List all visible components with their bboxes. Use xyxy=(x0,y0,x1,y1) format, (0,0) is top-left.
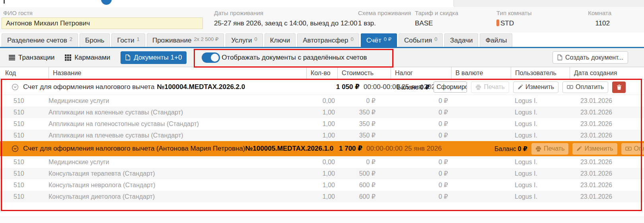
table-row[interactable]: 510 Медицинские услуги 0,00 0 ₽ 0 ₽ Logu… xyxy=(0,95,644,107)
table-row[interactable]: 510 Аппликации на голеностопные суставы … xyxy=(0,118,644,130)
cell-tax: 0 ₽ xyxy=(391,130,451,141)
edit-button[interactable]: Изменить xyxy=(513,81,558,93)
cell-date: 23.01.2026 xyxy=(570,191,644,202)
tab-label: Гости xyxy=(117,37,134,45)
cell-currency xyxy=(451,107,511,118)
document-group-header[interactable]: Счет для оформления налогового вычета№10… xyxy=(0,80,644,95)
cell-tax: 0 ₽ xyxy=(391,118,451,130)
cell-user: Logus I. xyxy=(511,95,570,107)
document-icon xyxy=(125,54,130,60)
table-row[interactable]: 510 Консультация диетолога (Стандарт) 1,… xyxy=(0,191,644,202)
documents-button[interactable]: Документы 1+0 xyxy=(121,51,187,64)
document-amount: 1 700 ₽00:00-00:00 25 янв 2026 xyxy=(339,141,442,156)
edit-label: Изменить xyxy=(525,83,554,91)
table-row[interactable]: 510 Консультация терапевта (Стандарт) 1,… xyxy=(0,168,644,179)
pockets-label: Карманами xyxy=(74,54,110,62)
tab-label: События xyxy=(404,37,432,45)
tab-split-accounts[interactable]: Разделение счетов2 xyxy=(2,33,78,47)
tab-booking[interactable]: Бронь xyxy=(80,33,110,47)
create-document-button[interactable]: Создать документ... xyxy=(553,51,628,64)
column-header-code[interactable]: Код xyxy=(0,67,49,79)
balance-value: 0 ₽ xyxy=(420,84,430,91)
tab-invoice[interactable]: Счёт0 ₽ xyxy=(361,33,397,47)
split-accounts-toggle[interactable] xyxy=(202,52,220,63)
cell-tax: 0 ₽ xyxy=(391,107,451,118)
table-row[interactable]: 510 Медицинские услуги 0,00 0 ₽ 0 ₽ Logu… xyxy=(0,156,644,168)
tab-tasks[interactable]: Задачи xyxy=(444,33,478,47)
banknote-icon xyxy=(625,146,632,151)
tab-keys[interactable]: Ключи xyxy=(265,33,296,47)
tab-files[interactable]: Файлы xyxy=(480,33,512,47)
document-icon xyxy=(557,54,562,60)
collapse-icon[interactable] xyxy=(12,145,19,152)
room-type-text: STD xyxy=(500,19,514,27)
room-number-value: 1102 xyxy=(595,19,610,27)
print-button[interactable]: Печать xyxy=(531,143,568,155)
guest-name-field: ФИО гостя Антонов Михаил Петрович xyxy=(3,7,210,33)
cell-date: 23.01.2026 xyxy=(570,168,644,179)
table-row[interactable]: 510 Аппликации на плечевые суставы (Стан… xyxy=(0,130,644,141)
document-period: 00:00-00:00 25 янв 2026 xyxy=(366,145,442,152)
column-header-user[interactable]: Пользователь xyxy=(511,67,570,79)
document-status-select[interactable]: Сформиров xyxy=(434,81,467,93)
cell-currency xyxy=(451,179,511,191)
cell-currency xyxy=(451,191,511,202)
occupancy-value: 1 взр. xyxy=(358,19,376,27)
cell-cost: 0 ₽ xyxy=(337,156,391,168)
cell-name: Медицинские услуги xyxy=(49,95,306,107)
tab-stay[interactable]: Проживание2x 2 500 ₽ xyxy=(147,33,224,47)
cell-date: 23.01.2026 xyxy=(570,118,644,130)
tab-guests[interactable]: Гости1 xyxy=(111,33,145,47)
document-group-header-selected[interactable]: Счет для оформления налогового вычета (А… xyxy=(0,141,644,156)
cell-qty: 0,00 xyxy=(306,95,337,107)
banknote-icon xyxy=(567,84,573,90)
pencil-icon xyxy=(576,146,582,151)
transactions-button[interactable]: Транзакции xyxy=(9,54,54,62)
pay-button[interactable]: Оплатить xyxy=(562,81,608,93)
tab-label: Проживание xyxy=(152,37,191,45)
document-total: 1 050 ₽ xyxy=(336,83,360,91)
cell-tax: 0 ₽ xyxy=(391,179,451,191)
column-header-cost[interactable]: Стоимость xyxy=(337,67,391,79)
pay-button[interactable]: Оплатить xyxy=(621,143,644,155)
column-header-tax[interactable]: Налог xyxy=(391,67,451,79)
cell-name: Аппликации на плечевые суставы (Стандарт… xyxy=(49,130,306,141)
cell-user: Logus I. xyxy=(511,168,570,179)
tab-services[interactable]: Услуги0 xyxy=(226,33,263,47)
cell-user: Logus I. xyxy=(511,179,570,191)
document-total: 1 700 ₽ xyxy=(339,145,362,152)
column-header-currency[interactable]: В валюте xyxy=(451,67,511,79)
column-header-created[interactable]: Дата создания xyxy=(570,67,644,79)
table-header: Код Название Кол-во Стоимость Налог В ва… xyxy=(0,67,644,80)
table-row[interactable]: 510 Аппликации на коленные суставы (Стан… xyxy=(0,107,644,118)
cell-user: Logus I. xyxy=(511,130,570,141)
cell-code: 510 xyxy=(0,156,49,168)
tab-label: Разделение счетов xyxy=(7,37,67,45)
cell-cost: 600 ₽ xyxy=(337,179,391,191)
tab-events[interactable]: События0 xyxy=(399,33,443,47)
pay-label: Оплатить xyxy=(576,83,604,91)
column-header-qty[interactable]: Кол-во xyxy=(306,67,337,79)
document-number: №100004.MEDTAX.2026.2.0 xyxy=(157,83,245,91)
top-toolbar-fragment xyxy=(453,0,644,8)
document-title: Счет для оформления налогового вычета№10… xyxy=(23,80,245,95)
delete-button[interactable] xyxy=(612,81,626,93)
pay-label: Оплатить xyxy=(634,145,644,152)
cell-qty: 1,00 xyxy=(306,118,337,130)
balance-label: Баланс xyxy=(494,145,516,152)
document-number: №100005.MEDTAX.2026.1.0 xyxy=(245,145,333,152)
column-header-name[interactable]: Название xyxy=(49,67,306,79)
tab-autotransfer[interactable]: Автотрансфер0 xyxy=(297,33,359,47)
guest-name-input[interactable]: Антонов Михаил Петрович xyxy=(2,17,203,29)
tab-label: Счёт xyxy=(366,37,381,45)
guest-header: ФИО гостя Антонов Михаил Петрович Даты п… xyxy=(0,7,644,33)
stay-dates-value: 25-27 янв 2026, заезд с 14:00, выезд до … xyxy=(214,19,357,27)
table-row[interactable]: 510 Консультация невролога (Стандарт) 1,… xyxy=(0,179,644,191)
cell-tax: 0 ₽ xyxy=(391,156,451,168)
collapse-icon[interactable] xyxy=(12,83,19,91)
edit-button[interactable]: Изменить xyxy=(572,143,617,155)
pockets-button[interactable]: Карманами xyxy=(65,54,110,62)
cell-cost: 350 ₽ xyxy=(337,107,391,118)
cell-tax: 0 ₽ xyxy=(391,95,451,107)
printer-icon xyxy=(475,84,481,90)
